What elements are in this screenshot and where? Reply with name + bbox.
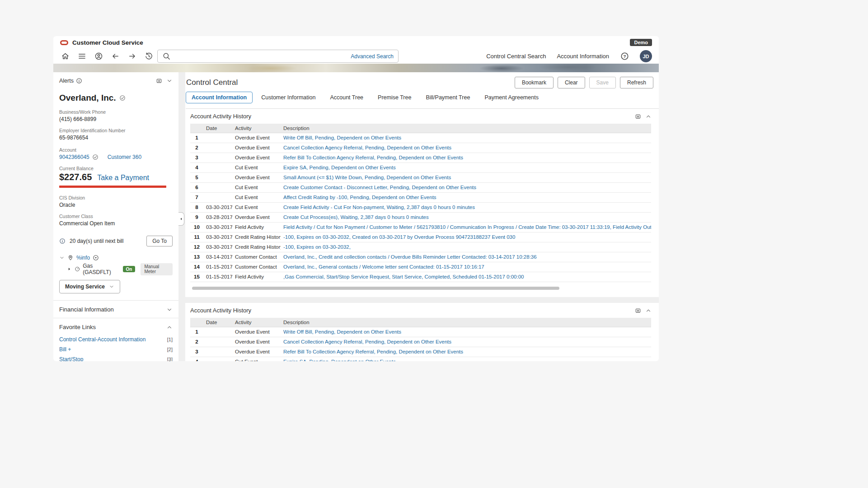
description-link[interactable]: Write Off Bill, Pending, Dependent on Ot… <box>283 329 401 335</box>
description-link[interactable]: Expire SA, Pending, Dependent on Other E… <box>283 165 396 170</box>
panel-menu-icon[interactable] <box>635 113 641 120</box>
profile-button[interactable] <box>94 52 103 61</box>
history-button[interactable] <box>144 52 153 61</box>
table-row: 3Overdue EventRefer Bill To Collection A… <box>190 347 651 357</box>
favorite-links-list: Control Central-Account Information[1]Bi… <box>59 336 173 361</box>
favorite-link-row: Start/Stop[3] <box>59 356 173 361</box>
back-button[interactable] <box>111 52 120 61</box>
panel-menu-icon[interactable] <box>635 307 641 314</box>
section-header: Account Activity History <box>185 109 659 122</box>
tab-customer-information[interactable]: Customer Information <box>255 92 321 103</box>
nav-account-information[interactable]: Account Information <box>557 53 609 60</box>
description-link[interactable]: Expire SA, Pending, Dependent on Other E… <box>283 359 396 361</box>
sidebar-collapse-handle[interactable] <box>178 212 184 226</box>
row-activity: Cut Event <box>232 163 281 172</box>
tab-premise-tree[interactable]: Premise Tree <box>372 92 417 103</box>
take-payment-link[interactable]: Take a Payment <box>97 174 149 182</box>
nav-control-central-search[interactable]: Control Central Search <box>486 53 546 60</box>
description-link[interactable]: Write Off Bill, Pending, Dependent on Ot… <box>283 135 401 140</box>
description-link[interactable]: Field Activity / Cut for Non Payment / C… <box>283 224 651 230</box>
description-link[interactable]: Overland, Inc., Credit and collection co… <box>283 254 537 260</box>
help-icon[interactable] <box>620 52 629 61</box>
favorite-links-section[interactable]: Favorite Links <box>59 318 173 335</box>
row-description: Cancel Collection Agency Referral, Pendi… <box>281 337 651 347</box>
search-input[interactable] <box>174 53 351 60</box>
search-box: Advanced Search <box>157 50 399 63</box>
expand-triangle-icon[interactable] <box>67 266 72 272</box>
row-number: 2 <box>190 143 203 153</box>
favorite-link-start-stop[interactable]: Start/Stop <box>59 356 83 361</box>
description-link[interactable]: ,Gas Commercial, Start/Stop Service Requ… <box>283 274 524 279</box>
advanced-search-link[interactable]: Advanced Search <box>351 53 394 60</box>
chevron-up-icon[interactable] <box>166 324 173 330</box>
forward-button[interactable] <box>127 52 136 61</box>
account-badge-icon <box>92 154 99 160</box>
description-link[interactable]: Create Customer Contact - Disconnect Let… <box>283 185 476 190</box>
row-description: Small Amount (<= $1) Write Down, Pending… <box>281 173 651 182</box>
column-header-date: Date <box>203 124 232 133</box>
account-number-link[interactable]: 9042366045 <box>59 154 89 160</box>
home-button[interactable] <box>61 52 70 61</box>
customer-360-link[interactable]: Customer 360 <box>108 154 141 160</box>
user-avatar[interactable]: JD <box>640 50 652 62</box>
panel-menu-icon[interactable] <box>156 78 162 84</box>
row-number: 2 <box>190 337 203 347</box>
ein-value: 65-9876654 <box>59 135 173 141</box>
cis-division-label: CIS Division <box>59 195 173 200</box>
description-link[interactable]: Cancel Collection Agency Referral, Pendi… <box>283 339 451 344</box>
row-description: Expire SA, Pending, Dependent on Other E… <box>281 357 651 361</box>
premise-tree: %info Gas (GASDFLT) On Manual Meter <box>59 253 173 274</box>
favorite-link-control-central-account-information[interactable]: Control Central-Account Information <box>59 336 145 343</box>
favorite-link-row: Bill +[2] <box>59 346 173 353</box>
chevron-up-icon[interactable] <box>645 307 652 314</box>
chevron-down-icon[interactable] <box>166 78 173 84</box>
description-link[interactable]: Small Amount (<= $1) Write Down, Pending… <box>283 175 451 180</box>
description-link[interactable]: Cancel Collection Agency Referral, Pendi… <box>283 145 451 150</box>
table-row: 4Cut EventExpire SA, Pending, Dependent … <box>190 357 651 361</box>
row-description: Affect Credit Rating by -100, Pending, D… <box>281 193 651 202</box>
row-activity: Credit Rating History <box>232 242 281 252</box>
tab-account-tree[interactable]: Account Tree <box>324 92 369 103</box>
chevron-up-icon[interactable] <box>645 113 652 120</box>
row-description: Refer Bill To Collection Agency Referral… <box>281 153 651 163</box>
table-row: 1501-15-2017Field Activity,Gas Commercia… <box>190 272 651 282</box>
tab-payment-agreements[interactable]: Payment Agreements <box>479 92 544 103</box>
row-date <box>203 173 232 182</box>
description-link[interactable]: -100, Expires on 03-30-2032, Created on … <box>283 234 515 240</box>
premise-link[interactable]: %info <box>76 255 90 261</box>
description-link[interactable]: Overland, Inc., General contacts / Welco… <box>283 264 484 270</box>
row-description: -100, Expires on 03-30-2032, <box>281 242 651 252</box>
row-date <box>203 337 232 347</box>
menu-button[interactable] <box>77 52 86 61</box>
description-link[interactable]: Affect Credit Rating by -100, Pending, D… <box>283 195 436 200</box>
row-activity: Overdue Event <box>232 213 281 222</box>
moving-service-button[interactable]: Moving Service <box>59 280 120 293</box>
table-row: 4Cut EventExpire SA, Pending, Dependent … <box>190 163 651 173</box>
financial-information-section[interactable]: Financial Information <box>59 301 173 318</box>
table-row: 7Cut EventAffect Credit Rating by -100, … <box>190 193 651 203</box>
page-title: Control Central <box>186 78 238 87</box>
description-link[interactable]: Create Cut Process(es), Waiting, 2,387 d… <box>283 214 429 220</box>
description-link[interactable]: Create Field Activity - Cut For Non-paym… <box>283 204 475 210</box>
column-header-blank <box>190 318 203 327</box>
tab-account-information[interactable]: Account Information <box>186 92 253 103</box>
clear-button[interactable]: Clear <box>558 77 585 88</box>
refresh-button[interactable]: Refresh <box>620 77 653 88</box>
bookmark-button[interactable]: Bookmark <box>515 77 554 88</box>
row-date: 03-30-2017 <box>203 232 232 242</box>
row-date: 03-30-2017 <box>203 203 232 212</box>
row-number: 6 <box>190 183 203 192</box>
chevron-down-icon[interactable] <box>59 255 65 260</box>
scrollbar-thumb[interactable] <box>192 287 559 290</box>
description-link[interactable]: Refer Bill To Collection Agency Referral… <box>283 349 463 354</box>
row-description: Create Field Activity - Cut For Non-paym… <box>281 203 651 212</box>
go-to-button[interactable]: Go To <box>146 236 173 246</box>
favorite-link-bill[interactable]: Bill + <box>59 346 71 353</box>
premise-menu-icon[interactable] <box>93 255 99 261</box>
description-link[interactable]: Refer Bill To Collection Agency Referral… <box>283 155 463 160</box>
chevron-down-icon[interactable] <box>166 307 173 313</box>
tab-bar: Account InformationCustomer InformationA… <box>185 88 659 104</box>
description-link[interactable]: -100, Expires on 03-30-2032, <box>283 244 351 250</box>
tab-bill-payment-tree[interactable]: Bill/Payment Tree <box>420 92 476 103</box>
phone-value: (415) 666-8899 <box>59 116 173 122</box>
